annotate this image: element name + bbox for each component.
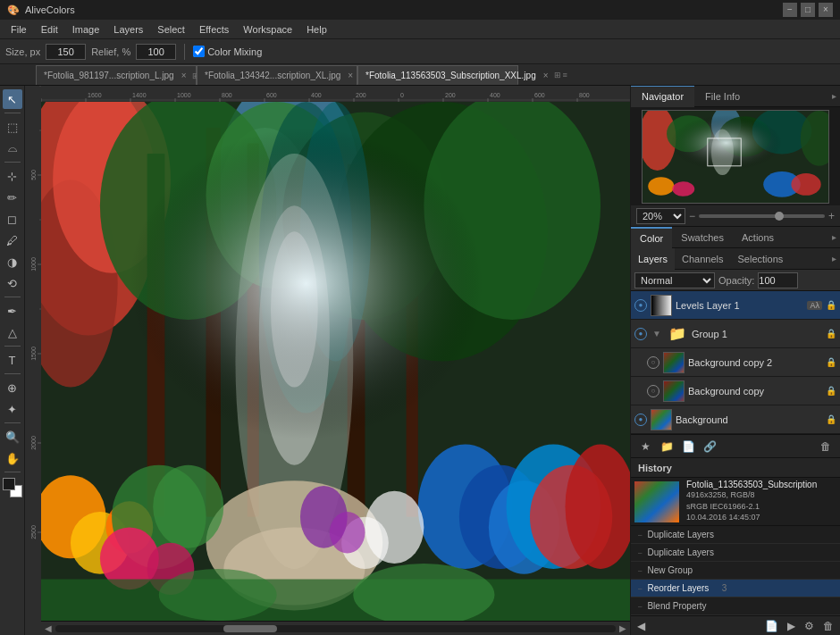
- tab-selections[interactable]: Selections: [731, 248, 791, 270]
- tab-swatches[interactable]: Swatches: [672, 227, 733, 248]
- csa-panel-arrow[interactable]: ▸: [832, 232, 836, 242]
- canvas-container[interactable]: 500 1000 1500 2000 2500: [25, 86, 630, 635]
- foreground-background-colors[interactable]: [3, 478, 22, 497]
- tool-fill[interactable]: 🖊: [3, 230, 22, 250]
- history-item-0[interactable]: – Duplicate Layers: [631, 526, 840, 544]
- layer-visibility-bgcopy[interactable]: ○: [647, 385, 659, 397]
- layer-row-background[interactable]: ● Background 🔒: [631, 405, 840, 434]
- group-expand-icon[interactable]: ▼: [651, 329, 663, 338]
- layer-visibility-bgcopy2[interactable]: ○: [647, 356, 659, 369]
- color-mixing-toggle[interactable]: Color Mixing: [193, 46, 262, 57]
- tool-select[interactable]: ↖: [3, 89, 22, 109]
- history-trash-icon[interactable]: 🗑: [820, 620, 836, 632]
- tool-shape[interactable]: △: [3, 322, 22, 342]
- layer-row-bgcopy[interactable]: ○ Background copy 🔒: [631, 377, 840, 405]
- tab-0-close[interactable]: ×: [181, 71, 187, 80]
- layer-lock-background[interactable]: 🔒: [826, 414, 836, 424]
- tool-crop[interactable]: ⊹: [3, 166, 22, 186]
- svg-text:2000: 2000: [30, 436, 37, 450]
- layer-row-bgcopy2[interactable]: ○ Background copy 2 🔒: [631, 348, 840, 377]
- minimize-button[interactable]: −: [783, 3, 797, 17]
- scroll-right-button[interactable]: ▶: [616, 623, 630, 633]
- tool-gradient[interactable]: ◑: [3, 252, 22, 272]
- tab-2[interactable]: *Fotolia_113563503_Subscription_XXL.jpg …: [357, 65, 518, 85]
- menu-effects[interactable]: Effects: [192, 22, 236, 37]
- tab-actions[interactable]: Actions: [733, 227, 783, 248]
- menu-layers[interactable]: Layers: [106, 22, 150, 37]
- tool-marquee[interactable]: ⬚: [3, 117, 22, 137]
- history-item-2[interactable]: – New Group: [631, 562, 840, 580]
- menu-edit[interactable]: Edit: [34, 22, 65, 37]
- menu-file[interactable]: File: [4, 22, 34, 37]
- tab-1-close[interactable]: ×: [348, 71, 353, 80]
- zoom-slider-thumb[interactable]: [775, 212, 784, 221]
- history-settings-icon[interactable]: ⚙: [802, 620, 817, 632]
- tab-channels[interactable]: Channels: [675, 248, 730, 270]
- panel-arrow[interactable]: ▸: [832, 91, 836, 101]
- history-play-icon[interactable]: ▶: [785, 620, 798, 632]
- relief-input[interactable]: [136, 44, 176, 60]
- tool-pen[interactable]: ✒: [3, 301, 22, 321]
- layer-visibility-group1[interactable]: ●: [634, 328, 647, 340]
- blend-mode-select[interactable]: Normal Multiply Screen Overlay: [634, 272, 715, 288]
- layer-lock-bgcopy2[interactable]: 🔒: [826, 357, 836, 367]
- maximize-button[interactable]: □: [801, 3, 815, 17]
- menu-select[interactable]: Select: [150, 22, 192, 37]
- history-item-4[interactable]: – Blend Property: [631, 597, 840, 615]
- tool-heal[interactable]: ✦: [3, 399, 22, 419]
- scroll-left-button[interactable]: ◀: [41, 623, 55, 633]
- tool-text[interactable]: T: [3, 350, 22, 370]
- scrollbar-thumb[interactable]: [223, 625, 277, 632]
- tool-lasso[interactable]: ⌓: [3, 138, 22, 158]
- layer-lock-levels[interactable]: 🔒: [826, 300, 836, 310]
- layer-lock-bgcopy[interactable]: 🔒: [826, 386, 836, 396]
- tool-transform[interactable]: ⟲: [3, 273, 22, 293]
- horizontal-scrollbar[interactable]: ◀ ▶: [41, 621, 630, 635]
- svg-text:600: 600: [534, 92, 545, 98]
- layer-star-button[interactable]: ★: [636, 438, 654, 455]
- zoom-select[interactable]: 20% 25% 50% 100%: [636, 208, 685, 224]
- menu-workspace[interactable]: Workspace: [236, 22, 299, 37]
- history-item-1[interactable]: – Duplicate Layers: [631, 544, 840, 562]
- history-left-arrow[interactable]: ◀: [634, 620, 648, 632]
- menu-image[interactable]: Image: [65, 22, 107, 37]
- menu-help[interactable]: Help: [299, 22, 334, 37]
- file-info-tab[interactable]: File Info: [694, 86, 751, 107]
- tab-1[interactable]: *Fotolia_134342...scription_XL.jpg × ⊞≡: [197, 65, 357, 85]
- layer-visibility-bg[interactable]: ●: [634, 414, 647, 426]
- tab-2-close[interactable]: ×: [543, 71, 549, 80]
- tab-color[interactable]: Color: [631, 227, 672, 248]
- color-mixing-checkbox[interactable]: [193, 46, 205, 57]
- history-item-3[interactable]: – Reorder Layers 3: [631, 580, 840, 597]
- size-input[interactable]: [46, 44, 86, 60]
- window-controls[interactable]: − □ ×: [783, 3, 833, 17]
- history-meta-3: 10.04.2016 14:45:07: [686, 512, 836, 523]
- title-bar: 🎨 AliveColors − □ ×: [0, 0, 840, 20]
- layer-lock-group1[interactable]: 🔒: [826, 329, 836, 338]
- layer-row-levels[interactable]: ● Levels Layer 1 Aλ 🔒: [631, 291, 840, 320]
- lcs-panel-arrow[interactable]: ▸: [832, 254, 836, 263]
- zoom-slider[interactable]: [699, 214, 825, 218]
- close-button[interactable]: ×: [819, 3, 833, 17]
- painting-canvas[interactable]: [41, 102, 630, 621]
- navigator-tab[interactable]: Navigator: [631, 86, 694, 107]
- layer-delete-button[interactable]: 🗑: [817, 438, 835, 455]
- tool-brush[interactable]: ✏: [3, 188, 22, 207]
- tool-clone[interactable]: ⊕: [3, 378, 22, 397]
- layer-folder-button[interactable]: 📁: [658, 438, 676, 455]
- layer-visibility-levels[interactable]: ●: [634, 299, 647, 312]
- tab-layers[interactable]: Layers: [631, 248, 675, 270]
- tab-0[interactable]: *Fotolia_981197...scription_L.jpg × ⊞≡: [36, 65, 197, 85]
- layer-link-button[interactable]: 🔗: [701, 438, 718, 455]
- layer-new-button[interactable]: 📄: [679, 438, 697, 455]
- tool-eraser[interactable]: ◻: [3, 209, 22, 229]
- tool-hand[interactable]: ✋: [3, 448, 22, 468]
- zoom-in-icon[interactable]: +: [828, 210, 835, 222]
- svg-text:2500: 2500: [30, 525, 37, 539]
- zoom-out-icon[interactable]: −: [689, 210, 695, 222]
- hist-bullet-4: –: [638, 602, 642, 610]
- history-page-icon[interactable]: 📄: [762, 620, 781, 632]
- tool-zoom[interactable]: 🔍: [3, 427, 22, 447]
- layer-row-group1[interactable]: ● ▼ 📁 Group 1 🔒: [631, 320, 840, 348]
- opacity-input[interactable]: [758, 272, 798, 288]
